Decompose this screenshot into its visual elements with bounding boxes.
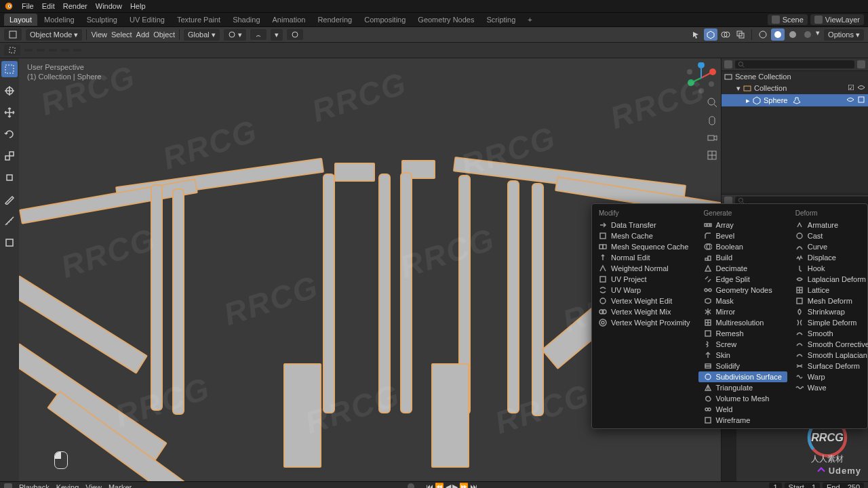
dd-uv-warp[interactable]: UV Warp xyxy=(593,285,696,296)
select-mode-extend[interactable] xyxy=(37,49,45,52)
tab-rendering[interactable]: Rendering xyxy=(312,14,357,26)
outliner-collection[interactable]: ▾ Collection ☑ xyxy=(722,82,868,94)
play-rev-icon[interactable]: ◀ xyxy=(446,483,451,488)
timeline-icon[interactable] xyxy=(4,483,12,488)
select-mode-set[interactable] xyxy=(24,49,33,52)
dd-decimate[interactable]: Decimate xyxy=(698,263,787,274)
menu-edit[interactable]: Edit xyxy=(42,2,55,10)
dd-smooth-laplacian[interactable]: Smooth Laplacian xyxy=(790,350,868,361)
tool-measure[interactable] xyxy=(1,213,18,229)
dd-edge-split[interactable]: Edge Split xyxy=(698,274,787,285)
dd-subdivision-surface[interactable]: Subdivision Surface xyxy=(698,371,787,382)
outliner-icon[interactable] xyxy=(724,60,732,68)
dd-laplacian-deform[interactable]: Laplacian Deform xyxy=(790,274,868,285)
dd-vweight-edit[interactable]: Vertex Weight Edit xyxy=(593,296,696,306)
dd-curve[interactable]: Curve xyxy=(790,241,868,252)
tab-geometry-nodes[interactable]: Geometry Nodes xyxy=(412,14,479,26)
play-icon[interactable]: ▶ xyxy=(452,483,458,488)
menu-window[interactable]: Window xyxy=(96,2,122,10)
autokey-icon[interactable] xyxy=(407,483,415,488)
start-frame[interactable]: Start 1 xyxy=(785,483,820,488)
tool-transform[interactable] xyxy=(1,169,18,186)
zoom-icon[interactable] xyxy=(706,96,718,108)
proportional-edit[interactable] xyxy=(287,29,303,40)
menu-view[interactable]: View xyxy=(91,30,107,39)
dd-weighted-normal[interactable]: Weighted Normal xyxy=(593,263,696,274)
tl-marker[interactable]: Marker xyxy=(108,483,132,488)
eye-icon[interactable] xyxy=(857,83,865,93)
dd-wave[interactable]: Wave xyxy=(790,382,868,393)
dd-displace[interactable]: Displace xyxy=(790,252,868,263)
dd-skin[interactable]: Skin xyxy=(698,350,787,361)
dd-mesh-seq-cache[interactable]: Mesh Sequence Cache xyxy=(593,241,696,252)
dd-data-transfer[interactable]: Data Transfer xyxy=(593,220,696,230)
dd-geometry-nodes[interactable]: Geometry Nodes xyxy=(698,285,787,296)
tab-uv-editing[interactable]: UV Editing xyxy=(124,14,170,26)
filter-icon[interactable] xyxy=(857,60,865,68)
dd-surface-deform[interactable]: Surface Deform xyxy=(790,361,868,371)
dd-smooth[interactable]: Smooth xyxy=(790,328,868,339)
dd-mesh-deform[interactable]: Mesh Deform xyxy=(790,296,868,306)
outliner-scene-collection[interactable]: Scene Collection xyxy=(722,71,868,82)
disable-icon[interactable] xyxy=(857,96,865,105)
dd-hook[interactable]: Hook xyxy=(790,263,868,274)
next-key-icon[interactable]: ⏩ xyxy=(459,483,469,488)
tool-rotate[interactable] xyxy=(1,126,18,142)
dd-uv-project[interactable]: UV Project xyxy=(593,274,696,285)
tab-shading[interactable]: Shading xyxy=(227,14,265,26)
jump-end-icon[interactable]: ⏭ xyxy=(470,483,477,488)
perspective-toggle-icon[interactable] xyxy=(706,149,718,161)
tool-add-primitive[interactable] xyxy=(1,235,18,251)
outliner-item-sphere[interactable]: ▸ Sphere xyxy=(722,94,868,106)
jump-start-icon[interactable]: ⏮ xyxy=(426,483,433,488)
shading-wireframe[interactable] xyxy=(756,28,770,41)
dd-triangulate[interactable]: Triangulate xyxy=(698,382,787,393)
tool-cursor[interactable] xyxy=(1,83,18,99)
shading-solid[interactable] xyxy=(771,28,785,41)
select-mode-sub[interactable] xyxy=(49,49,57,52)
menu-help[interactable]: Help xyxy=(130,2,146,10)
mode-dropdown[interactable]: Object Mode▾ xyxy=(26,29,82,41)
dd-build[interactable]: Build xyxy=(698,252,787,263)
options-dropdown[interactable]: Options▾ xyxy=(824,29,864,41)
dd-cast[interactable]: Cast xyxy=(790,230,868,241)
dd-remesh[interactable]: Remesh xyxy=(698,328,787,339)
menu-add[interactable]: Add xyxy=(136,30,150,39)
tl-keying[interactable]: Keying xyxy=(56,483,79,488)
tab-add[interactable]: + xyxy=(522,14,537,26)
viewlayer-field[interactable]: ViewLayer xyxy=(810,14,864,25)
select-mode-intersect[interactable] xyxy=(73,49,81,52)
overlays-toggle[interactable] xyxy=(719,28,732,41)
chevron-right-icon[interactable]: ▸ xyxy=(746,96,750,105)
camera-view-icon[interactable] xyxy=(706,131,718,144)
tl-playback[interactable]: Playback xyxy=(19,483,50,488)
dd-armature[interactable]: Armature xyxy=(790,220,868,230)
move-view-icon[interactable] xyxy=(706,114,718,126)
prev-key-icon[interactable]: ⏪ xyxy=(435,483,444,488)
dd-mesh-cache[interactable]: Mesh Cache xyxy=(593,230,696,241)
dd-boolean[interactable]: Boolean xyxy=(698,241,787,252)
select-box-icon[interactable] xyxy=(4,45,20,56)
menu-file[interactable]: File xyxy=(22,2,34,10)
dd-vweight-prox[interactable]: Vertex Weight Proximity xyxy=(593,317,696,328)
xray-toggle[interactable] xyxy=(734,28,747,41)
menu-object[interactable]: Object xyxy=(153,30,175,39)
dd-simple-deform[interactable]: Simple Deform xyxy=(790,317,868,328)
tab-sculpting[interactable]: Sculpting xyxy=(81,14,123,26)
dd-array[interactable]: Array xyxy=(698,220,787,230)
dd-shrinkwrap[interactable]: Shrinkwrap xyxy=(790,306,868,317)
nav-gizmo[interactable] xyxy=(686,62,717,94)
dd-weld[interactable]: Weld xyxy=(698,404,787,415)
dd-normal-edit[interactable]: Normal Edit xyxy=(593,252,696,263)
orientation-dropdown[interactable]: Global▾ xyxy=(184,29,220,41)
chevron-down-icon[interactable]: ▾ xyxy=(736,84,741,93)
selectability-icon[interactable] xyxy=(689,28,703,41)
checkbox-icon[interactable]: ☑ xyxy=(848,83,854,93)
snap-toggle[interactable] xyxy=(250,29,267,40)
gizmo-toggle[interactable] xyxy=(704,28,717,41)
dd-warp[interactable]: Warp xyxy=(790,371,868,382)
tool-scale[interactable] xyxy=(1,148,18,164)
tab-animation[interactable]: Animation xyxy=(267,14,311,26)
menu-render[interactable]: Render xyxy=(63,2,87,10)
snap-type[interactable]: ▾ xyxy=(271,29,283,41)
